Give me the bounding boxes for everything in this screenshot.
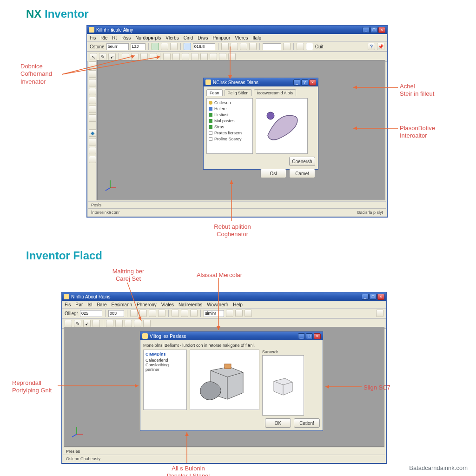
tool-icon[interactable]: [89, 147, 96, 154]
tool-icon[interactable]: [158, 310, 165, 317]
list-item[interactable]: Prətes ficrsern: [209, 131, 251, 135]
help-icon[interactable]: ?: [368, 43, 375, 50]
tool-icon[interactable]: [172, 53, 180, 60]
menu-item[interactable]: Nurdopərpls: [135, 35, 161, 40]
tool-icon[interactable]: [283, 43, 291, 50]
list-item[interactable]: Holere: [209, 106, 251, 111]
tool-icon[interactable]: [65, 320, 72, 327]
tool-icon[interactable]: [200, 53, 208, 60]
list-item[interactable]: Cntlesen: [209, 100, 251, 105]
tool-icon[interactable]: [89, 61, 96, 69]
tool-icon[interactable]: [219, 53, 226, 60]
toolbar-input[interactable]: [204, 310, 224, 317]
toolbar-input[interactable]: [263, 43, 281, 50]
menu-item[interactable]: Help: [233, 302, 243, 307]
cancel-button[interactable]: Camet: [289, 169, 315, 178]
list-item[interactable]: Mul postes: [209, 119, 251, 123]
menu-item[interactable]: Bare: [97, 302, 106, 307]
menu-item[interactable]: Dıws: [198, 35, 208, 40]
tool-icon[interactable]: [150, 53, 157, 60]
tool-icon[interactable]: [163, 53, 171, 60]
maximize-button[interactable]: □: [306, 333, 313, 339]
tool-icon[interactable]: [245, 310, 252, 317]
tool-icon[interactable]: [191, 53, 198, 60]
tool-icon[interactable]: [89, 88, 96, 95]
tool-icon[interactable]: [221, 43, 229, 50]
tool-icon[interactable]: [182, 53, 189, 60]
menu-item[interactable]: Vleres: [235, 35, 248, 40]
tab[interactable]: Pelig Sitlen: [225, 89, 252, 96]
tool-icon[interactable]: [89, 106, 96, 113]
tool-icon[interactable]: [115, 320, 123, 327]
tool-icon[interactable]: [306, 43, 313, 50]
tool-icon[interactable]: [139, 310, 147, 317]
tool-icon[interactable]: [89, 79, 96, 86]
list-item[interactable]: Consloribing: [145, 363, 185, 367]
menu-item[interactable]: Fis: [90, 35, 96, 40]
tool-icon[interactable]: [122, 53, 129, 60]
tab[interactable]: Fean: [206, 89, 223, 96]
pin-icon[interactable]: 📌: [377, 43, 384, 50]
ok-button[interactable]: OK: [265, 418, 291, 428]
tool-icon[interactable]: [89, 138, 96, 145]
tab[interactable]: İooswereamid Albis: [254, 89, 297, 96]
tool-icon[interactable]: [93, 320, 100, 327]
toolbar-input[interactable]: [108, 310, 124, 317]
tool-icon[interactable]: [161, 43, 168, 50]
menu-item[interactable]: Pør: [75, 302, 83, 307]
tool-icon[interactable]: [106, 320, 113, 327]
cancel-button[interactable]: Cation!: [294, 418, 320, 428]
tool-icon[interactable]: [228, 53, 236, 60]
close-button[interactable]: ×: [309, 79, 316, 86]
menu-item[interactable]: Rıss: [121, 35, 131, 40]
menu-item[interactable]: Eesimann: [112, 302, 132, 307]
menu-item[interactable]: Pımpuor: [212, 35, 230, 40]
tool-icon[interactable]: [134, 320, 141, 327]
apply-button[interactable]: Coenersh: [289, 157, 315, 166]
toolbar-input[interactable]: [193, 43, 215, 50]
toolbar-input[interactable]: [131, 43, 145, 50]
list-item[interactable]: Calederlend: [145, 358, 185, 363]
help-button[interactable]: ?: [301, 79, 308, 86]
list-item[interactable]: Illrstiost: [209, 112, 251, 117]
menu-item[interactable]: Vlales: [161, 302, 174, 307]
menu-item[interactable]: Cirid: [184, 35, 193, 40]
minimize-button[interactable]: _: [298, 333, 305, 339]
ok-button[interactable]: Osl: [260, 169, 286, 178]
tool-icon[interactable]: [172, 310, 179, 317]
tool-icon[interactable]: ✎: [99, 53, 106, 60]
cursor-icon[interactable]: ↖: [90, 53, 97, 60]
menu-item[interactable]: Phnerony: [137, 302, 157, 307]
menu-item[interactable]: Wowrnerfr: [207, 302, 228, 307]
maximize-button[interactable]: □: [370, 27, 377, 33]
minimize-button[interactable]: _: [293, 79, 300, 86]
menu-item[interactable]: Rt: [112, 35, 117, 40]
tool-icon[interactable]: [170, 43, 178, 50]
toolbar-input[interactable]: [80, 310, 102, 317]
tool-icon[interactable]: [152, 43, 159, 50]
menu-item[interactable]: Rle: [100, 35, 107, 40]
menu-item[interactable]: Nalirerenbs: [178, 302, 202, 307]
tool-icon[interactable]: [140, 53, 148, 60]
tool-icon[interactable]: ➹: [83, 320, 91, 327]
close-button[interactable]: ×: [377, 294, 384, 300]
tool-icon[interactable]: [226, 310, 233, 317]
tool-icon[interactable]: [240, 43, 247, 50]
tool-icon[interactable]: [143, 320, 151, 327]
tool-icon[interactable]: ◆: [89, 129, 96, 137]
tool-icon[interactable]: [184, 43, 191, 50]
tool-icon[interactable]: [89, 70, 96, 78]
tool-icon[interactable]: [89, 97, 96, 104]
list-item[interactable]: Proline Sosrey: [209, 137, 251, 141]
tool-icon[interactable]: [130, 310, 138, 317]
maximize-button[interactable]: □: [370, 294, 377, 300]
menu-item[interactable]: İsl: [87, 302, 92, 307]
tool-icon[interactable]: [235, 310, 243, 317]
tool-icon[interactable]: [149, 310, 156, 317]
tool-icon[interactable]: ✎: [74, 320, 81, 327]
close-button[interactable]: ×: [314, 333, 321, 339]
tool-icon[interactable]: ➹: [108, 53, 116, 60]
tool-icon[interactable]: [297, 43, 304, 50]
tool-icon[interactable]: [249, 43, 257, 50]
list-item[interactable]: perliner: [145, 367, 185, 372]
